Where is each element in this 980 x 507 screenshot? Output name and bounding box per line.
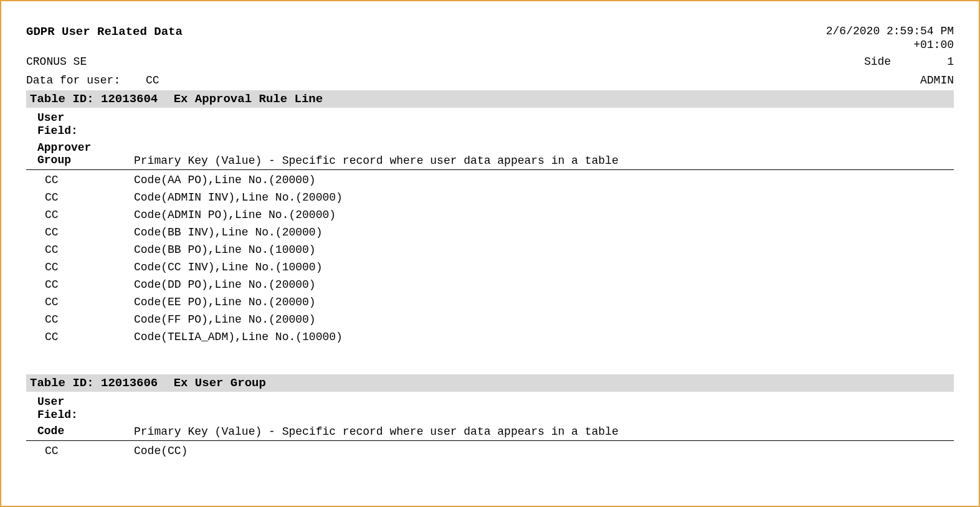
user-field-l2: Field: — [37, 125, 134, 138]
table-row: CC Code(ADMIN INV),Line No.(20000) — [26, 189, 954, 206]
timestamp-line1: 2/6/2020 2:59:54 PM — [826, 25, 954, 39]
table-id-label: Table ID: — [30, 376, 94, 390]
table-id-label: Table ID: — [30, 92, 94, 106]
table-row: CC Code(ADMIN PO),Line No.(20000) — [26, 206, 954, 224]
table-row: CC Code(TELIA_ADM),Line No.(10000) — [26, 328, 954, 346]
key-field-row: Code Primary Key (Value) - Specific reco… — [26, 424, 954, 439]
table-name: Ex Approval Rule Line — [174, 92, 323, 106]
row-user: CC — [45, 296, 134, 308]
key-field-l2: Group — [37, 154, 134, 167]
table-row: CC Code(BB INV),Line No.(20000) — [26, 224, 954, 241]
row-key: Code(ADMIN INV),Line No.(20000) — [134, 191, 954, 204]
timestamp-line2: +01:00 — [826, 39, 954, 52]
table-row: CC Code(DD PO),Line No.(20000) — [26, 276, 954, 293]
row-key: Code(EE PO),Line No.(20000) — [134, 296, 954, 308]
data-for-user: Data for user: CC — [26, 74, 159, 87]
page-side: Side 1 — [864, 55, 954, 68]
admin-label: ADMIN — [920, 74, 954, 87]
row-user: CC — [45, 278, 134, 291]
row-user: CC — [45, 445, 134, 457]
key-desc: Primary Key (Value) - Specific record wh… — [134, 154, 954, 167]
row-user: CC — [45, 313, 134, 326]
table-id-value: 12013604 — [101, 92, 158, 106]
user-field-l1: User — [37, 111, 134, 125]
user-field-block: User Field: — [26, 108, 954, 140]
row-user: CC — [45, 174, 134, 186]
user-row: Data for user: CC ADMIN — [26, 74, 954, 87]
row-key: Code(TELIA_ADM),Line No.(10000) — [134, 331, 954, 343]
key-desc: Primary Key (Value) - Specific record wh… — [134, 425, 954, 438]
section-header: Table ID: 12013606 Ex User Group — [26, 374, 954, 392]
table-row: CC Code(AA PO),Line No.(20000) — [26, 171, 954, 189]
company-name: CRONUS SE — [26, 55, 87, 68]
row-key: Code(ADMIN PO),Line No.(20000) — [134, 209, 954, 221]
row-key: Code(CC INV),Line No.(10000) — [134, 261, 954, 273]
data-table: CC Code(CC) — [26, 442, 954, 460]
row-key: Code(AA PO),Line No.(20000) — [134, 174, 954, 186]
row-key: Code(BB INV),Line No.(20000) — [134, 226, 954, 239]
row-key: Code(CC) — [134, 445, 954, 457]
table-row: CC Code(CC) — [26, 442, 954, 460]
side-value: 1 — [947, 55, 954, 68]
report-header: GDPR User Related Data 2/6/2020 2:59:54 … — [26, 25, 954, 52]
data-for-user-value: CC — [146, 74, 159, 87]
section-header: Table ID: 12013604 Ex Approval Rule Line — [26, 90, 954, 108]
row-user: CC — [45, 244, 134, 256]
side-label: Side — [864, 55, 891, 68]
data-table: CC Code(AA PO),Line No.(20000) CC Code(A… — [26, 171, 954, 346]
table-row: CC Code(EE PO),Line No.(20000) — [26, 293, 954, 311]
key-field-row: Approver Group Primary Key (Value) - Spe… — [26, 140, 954, 168]
user-field-l1: User — [37, 396, 134, 409]
table-name: Ex User Group — [174, 376, 266, 390]
table-row: CC Code(BB PO),Line No.(10000) — [26, 241, 954, 258]
row-key: Code(FF PO),Line No.(20000) — [134, 313, 954, 326]
user-field-l2: Field: — [37, 409, 134, 422]
company-row: CRONUS SE Side 1 — [26, 55, 954, 68]
key-field-l1: Approver — [37, 141, 134, 154]
row-key: Code(DD PO),Line No.(20000) — [134, 278, 954, 291]
timestamp: 2/6/2020 2:59:54 PM +01:00 — [826, 25, 954, 52]
user-field-block: User Field: — [26, 392, 954, 424]
table-row: CC Code(CC INV),Line No.(10000) — [26, 258, 954, 276]
divider — [26, 169, 954, 170]
table-id-value: 12013606 — [101, 376, 158, 390]
row-user: CC — [45, 261, 134, 273]
row-user: CC — [45, 191, 134, 204]
row-user: CC — [45, 209, 134, 221]
divider — [26, 440, 954, 441]
report-title: GDPR User Related Data — [26, 25, 183, 39]
table-row: CC Code(FF PO),Line No.(20000) — [26, 311, 954, 328]
row-user: CC — [45, 331, 134, 343]
key-field-l1: Code — [37, 425, 134, 438]
row-key: Code(BB PO),Line No.(10000) — [134, 244, 954, 256]
data-for-user-label: Data for user: — [26, 74, 120, 87]
row-user: CC — [45, 226, 134, 239]
